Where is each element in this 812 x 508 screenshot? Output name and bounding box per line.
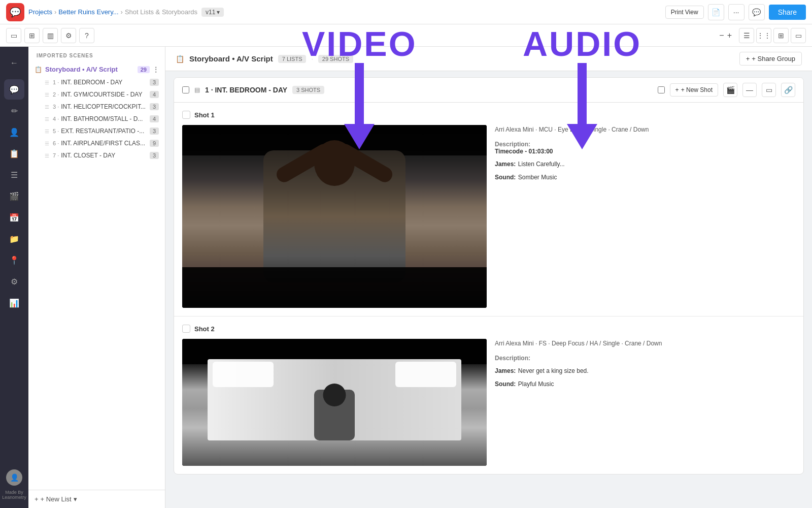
breadcrumb-sep2: › (121, 8, 123, 16)
scene1-checkbox[interactable] (182, 86, 189, 93)
share-group-button[interactable]: + + Share Group (739, 52, 802, 66)
scene1-title: 1 · INT. BEDROOM - DAY (205, 86, 287, 94)
shot1-dialogue-speaker: James: (495, 161, 516, 168)
zoom-in-button[interactable]: + (727, 31, 732, 40)
help-button[interactable]: ? (79, 28, 94, 43)
storyboard-header-icon: 📋 (176, 55, 184, 63)
scene1-camera-button[interactable]: 🎬 (723, 83, 737, 97)
boards-icon[interactable]: 📋 (4, 143, 24, 164)
new-list-button[interactable]: + + New List ▾ (35, 495, 77, 503)
icon-sidebar: ← 💬 ✏ 👤 📋 ☰ 🎬 📅 📁 📍 ⚙ 📊 👤 Made By Leanom… (0, 47, 28, 508)
scene-item-1[interactable]: ☰ 1 · INT. BEDROOM - DAY 3 (30, 76, 163, 88)
view-buttons: ☰ ⋮⋮ ⊞ ▭ (739, 28, 806, 43)
zoom-out-button[interactable]: − (719, 31, 724, 40)
storyboard-title: Storyboard • A/V Script (189, 54, 273, 63)
breadcrumb-current: Shot Lists & Storyboards (125, 8, 197, 16)
file-icon-button[interactable]: 📄 (708, 4, 724, 20)
scene1-link-button[interactable]: 🔗 (781, 83, 795, 97)
shot2-dialogue-speaker: James: (495, 367, 516, 374)
scene1-frame-button[interactable]: ▭ (762, 83, 776, 97)
shot1-tech: Arri Alexa Mini · MCU · Eye Level / Sing… (495, 125, 795, 135)
shot1-dialogue: Listen Carefully... (518, 161, 565, 168)
shot2-sound-label: Sound: (495, 380, 516, 388)
active-scene-header[interactable]: 📋 Storyboard • A/V Script 29 ⋮ (30, 62, 163, 76)
shot2-details: Arri Alexa Mini · FS · Deep Focus / HA /… (495, 339, 795, 466)
edit-icon[interactable]: ✏ (4, 101, 24, 121)
analytics-icon[interactable]: 📊 (4, 293, 24, 313)
view-grid-button[interactable]: ⊞ (773, 28, 789, 43)
share-button[interactable]: Share (769, 5, 806, 20)
scene-name-5: EXT. RESTAURANT/PATIO -... (61, 128, 144, 135)
scene-name-6: INT. AIRPLANE/FIRST CLAS... (61, 140, 145, 147)
scene-item-5[interactable]: ☰ 5 · EXT. RESTAURANT/PATIO -... 3 (30, 125, 163, 137)
shot1-details: Arri Alexa Mini · MCU · Eye Level / Sing… (495, 125, 795, 308)
app-logo[interactable]: 💬 (6, 3, 24, 21)
toolbar2: ▭ ⊞ ▥ ⚙ ? − + ☰ ⋮⋮ ⊞ ▭ (0, 24, 812, 47)
breadcrumb-sep1: › (54, 8, 56, 16)
departments-icon[interactable]: 🎬 (4, 186, 24, 206)
scene-name-3: INT. HELICOPTER/COCKPIT... (61, 103, 146, 110)
scene-item-7[interactable]: ☰ 7 · INT. CLOSET - DAY 3 (30, 149, 163, 162)
topbar-actions: Print View 📄 ··· 💬 Share (665, 4, 806, 20)
chat-button[interactable]: 💬 (749, 4, 765, 20)
shot2-checkbox[interactable] (182, 325, 190, 333)
shot2-tech: Arri Alexa Mini · FS · Deep Focus / HA /… (495, 339, 795, 348)
scene1-header: ▤ 1 · INT. BEDROOM - DAY 3 SHOTS + + New… (174, 78, 803, 103)
scene1-select-all[interactable] (658, 86, 665, 93)
scene-item-3[interactable]: ☰ 3 · INT. HELICOPTER/COCKPIT... 3 (30, 101, 163, 113)
location-icon[interactable]: 📍 (4, 250, 24, 270)
scene-item-6[interactable]: ☰ 6 · INT. AIRPLANE/FIRST CLAS... 9 (30, 137, 163, 149)
view-columns-button[interactable]: ⋮⋮ (756, 28, 771, 43)
shot-card-1: Shot 1 (174, 103, 803, 316)
scene-item-4[interactable]: ☰ 4 · INT. BATHROOM/STALL - D... 4 (30, 113, 163, 125)
view-list-button[interactable]: ☰ (739, 28, 754, 43)
scene1-shots-badge: 3 SHOTS (292, 86, 324, 94)
lists-icon[interactable]: ☰ (4, 165, 24, 185)
scene-name-7: INT. CLOSET - DAY (61, 152, 115, 159)
shot1-checkbox[interactable] (182, 111, 190, 119)
print-view-button[interactable]: Print View (665, 6, 704, 19)
panel-title: IMPORTED SCENES (28, 47, 165, 62)
breadcrumb-project[interactable]: Better Ruins Every... (58, 8, 118, 16)
user-avatar[interactable]: 👤 (6, 469, 22, 486)
shot2-sound: Playful Music (518, 380, 554, 388)
shot-card-2: Shot 2 (174, 316, 803, 474)
settings-button[interactable]: ⚙ (61, 28, 76, 43)
shot1-title-row: Shot 1 (182, 111, 795, 119)
shot2-body: Arri Alexa Mini · FS · Deep Focus / HA /… (182, 339, 795, 466)
version-badge[interactable]: v11 ▾ (201, 8, 224, 17)
shot1-image (182, 125, 487, 308)
more-options-button[interactable]: ··· (728, 4, 745, 20)
scene-list: 📋 Storyboard • A/V Script 29 ⋮ ☰ 1 · INT… (28, 62, 165, 490)
zoom-controls: − + (719, 31, 732, 40)
panel-footer: + + New List ▾ (28, 490, 165, 508)
topbar: 💬 Projects › Better Ruins Every... › Sho… (0, 0, 812, 24)
scene1-split-button[interactable]: — (742, 83, 757, 97)
back-icon[interactable]: ← (4, 53, 24, 73)
users-icon[interactable]: 👤 (4, 122, 24, 142)
shots-count-badge: 29 SHOTS (318, 55, 353, 63)
scene-name-1: INT. BEDROOM - DAY (61, 79, 122, 86)
layout-grid-button[interactable]: ⊞ (24, 28, 40, 43)
main-layout: ← 💬 ✏ 👤 📋 ☰ 🎬 📅 📁 📍 ⚙ 📊 👤 Made By Leanom… (0, 47, 812, 508)
folder-icon[interactable]: 📁 (4, 229, 24, 249)
breadcrumb: Projects › Better Ruins Every... › Shot … (28, 8, 197, 16)
scene-name-4: INT. BATHROOM/STALL - D... (61, 115, 143, 122)
scene-item-2[interactable]: ☰ 2 · INT. GYM/COURTSIDE - DAY 4 (30, 88, 163, 101)
storyboard-icon[interactable]: 💬 (4, 79, 24, 100)
active-scene-count: 29 (138, 66, 150, 73)
active-scene-name: Storyboard • A/V Script (45, 66, 118, 73)
shot1-desc-label: Description: (495, 141, 795, 148)
breadcrumb-projects[interactable]: Projects (28, 8, 52, 16)
filter-icon[interactable]: ⚙ (4, 271, 24, 292)
shot1-sound: Somber Music (518, 174, 557, 181)
shot1-timecode: Timecode - 01:03:00 (495, 148, 795, 155)
layout-column-button[interactable]: ▥ (43, 28, 58, 43)
panel-sidebar: IMPORTED SCENES 📋 Storyboard • A/V Scrip… (28, 47, 165, 508)
layout-single-button[interactable]: ▭ (6, 28, 21, 43)
shot1-body: Arri Alexa Mini · MCU · Eye Level / Sing… (182, 125, 795, 308)
new-shot-button[interactable]: + + New Shot (670, 83, 718, 97)
calendar-icon[interactable]: 📅 (4, 207, 24, 228)
view-card-button[interactable]: ▭ (791, 28, 806, 43)
scene-section-1: ▤ 1 · INT. BEDROOM - DAY 3 SHOTS + + New… (174, 77, 804, 474)
